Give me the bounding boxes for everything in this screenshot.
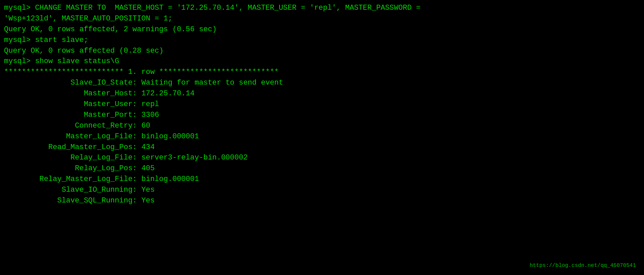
terminal-line: mysql> start slave; (4, 35, 640, 46)
terminal-line: Relay_Master_Log_File: binlog.000001 (4, 174, 640, 185)
terminal-line: Connect_Retry: 60 (4, 121, 640, 131)
terminal-line: *************************** 1. row *****… (4, 67, 640, 78)
terminal-line: Master_Log_File: binlog.000001 (4, 131, 640, 142)
watermark: https://blog.csdn.net/qq_45070541 (530, 262, 636, 270)
terminal-line: Slave_IO_State: Waiting for master to se… (4, 78, 640, 88)
terminal-line: Master_Port: 3306 (4, 110, 640, 121)
terminal-line: Master_User: repl (4, 99, 640, 110)
terminal-line: Query OK, 0 rows affected (0.28 sec) (4, 46, 640, 56)
terminal-line: Slave_IO_Running: Yes (4, 185, 640, 195)
terminal-line: Relay_Log_Pos: 405 (4, 163, 640, 174)
terminal-line: Master_Host: 172.25.70.14 (4, 88, 640, 99)
terminal-line: mysql> show slave status\G (4, 56, 640, 67)
terminal-line: Relay_Log_File: server3-relay-bin.000002 (4, 152, 640, 163)
terminal-window: mysql> CHANGE MASTER TO MASTER_HOST = '1… (4, 3, 640, 272)
terminal-line: Query OK, 0 rows affected, 2 warnings (0… (4, 24, 640, 35)
terminal-line: 'Wsp+123ld', MASTER_AUTO_POSITION = 1; (4, 13, 640, 24)
terminal-line: Read_Master_Log_Pos: 434 (4, 142, 640, 153)
terminal-line: Slave_SQL_Running: Yes (4, 195, 640, 206)
terminal-line: mysql> CHANGE MASTER TO MASTER_HOST = '1… (4, 3, 640, 13)
